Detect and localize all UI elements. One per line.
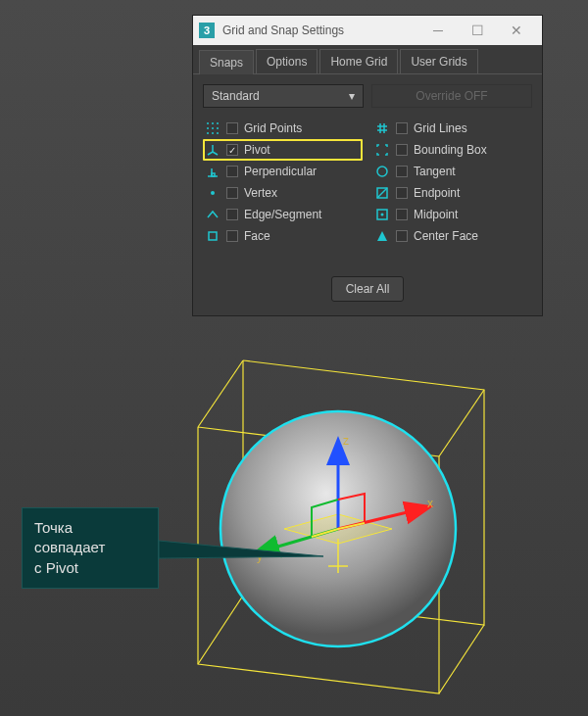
svg-line-34 (198, 596, 243, 664)
chevron-down-icon: ▾ (349, 89, 355, 103)
snap-midpoint[interactable]: Midpoint (372, 204, 532, 225)
svg-point-7 (212, 132, 214, 134)
checkbox[interactable] (396, 187, 408, 199)
snap-set-dropdown[interactable]: Standard ▾ (203, 84, 364, 108)
snap-label: Endpoint (414, 186, 460, 200)
svg-line-31 (198, 360, 243, 427)
snap-label: Tangent (414, 165, 456, 178)
svg-point-4 (212, 127, 214, 129)
snap-label: Midpoint (414, 208, 458, 221)
face-icon (205, 228, 220, 244)
svg-point-3 (207, 127, 209, 129)
tab-snaps[interactable]: Snaps (199, 50, 254, 74)
callout-line: с Pivot (34, 558, 146, 578)
snap-center-face[interactable]: Center Face (372, 225, 532, 247)
snap-vertex[interactable]: Vertex (203, 182, 363, 204)
svg-point-0 (207, 122, 209, 124)
tangent-icon (374, 164, 390, 179)
tab-home-grid[interactable]: Home Grid (319, 49, 398, 73)
app-icon: 3 (199, 23, 215, 38)
svg-point-2 (217, 122, 219, 124)
checkbox[interactable] (396, 209, 408, 220)
snap-label: Center Face (414, 229, 478, 243)
viewport-illustration: x y z Точка совпадает с Pivot (0, 343, 588, 715)
checkbox[interactable] (226, 122, 238, 134)
edge-segment-icon (205, 207, 220, 222)
svg-rect-14 (212, 173, 215, 176)
svg-point-21 (377, 167, 387, 176)
svg-line-10 (208, 152, 213, 155)
close-button[interactable]: ✕ (497, 16, 536, 45)
svg-point-6 (207, 132, 209, 134)
snaps-column-right: Grid Lines Bounding Box Tangent (372, 118, 532, 247)
grid-lines-icon (374, 120, 390, 136)
window-title: Grid and Snap Settings (222, 24, 418, 37)
snap-endpoint[interactable]: Endpoint (372, 182, 532, 204)
checkbox[interactable] (226, 187, 238, 199)
snap-bounding-box[interactable]: Bounding Box (372, 139, 532, 161)
tab-bar: Snaps Options Home Grid User Grids (193, 45, 542, 74)
checkbox[interactable] (396, 122, 408, 134)
callout-line: совпадает (34, 538, 146, 557)
snap-pivot[interactable]: ✓ Pivot (203, 139, 363, 161)
svg-point-8 (217, 132, 219, 134)
bounding-box-icon (374, 142, 390, 158)
dropdown-value: Standard (212, 89, 260, 103)
snap-label: Edge/Segment (244, 208, 321, 221)
pivot-icon (205, 142, 220, 158)
center-face-icon (374, 228, 390, 244)
callout-box: Точка совпадает с Pivot (22, 507, 159, 589)
checkbox[interactable] (396, 166, 408, 177)
grid-snap-settings-dialog: 3 Grid and Snap Settings ─ ☐ ✕ Snaps Opt… (192, 15, 543, 316)
vertex-icon (205, 185, 220, 201)
snap-tangent[interactable]: Tangent (372, 161, 532, 182)
checkbox[interactable] (396, 144, 408, 156)
svg-line-33 (439, 625, 484, 693)
snap-grid-points[interactable]: Grid Points (203, 118, 363, 139)
svg-point-5 (217, 127, 219, 129)
grid-points-icon (205, 120, 220, 136)
svg-point-25 (381, 214, 384, 216)
snap-label: Grid Lines (414, 121, 467, 135)
override-toggle[interactable]: Override OFF (371, 84, 532, 108)
endpoint-icon (374, 185, 390, 201)
tab-user-grids[interactable]: User Grids (400, 49, 477, 73)
svg-line-11 (213, 152, 218, 155)
tab-options[interactable]: Options (256, 49, 318, 73)
axis-label-x: x (427, 497, 433, 510)
snap-label: Pivot (244, 143, 270, 157)
snaps-column-left: Grid Points ✓ Pivot Perpendicular (203, 118, 363, 247)
svg-point-15 (211, 191, 215, 195)
checkbox[interactable] (226, 209, 238, 220)
snap-label: Vertex (244, 186, 277, 200)
snap-label: Bounding Box (414, 143, 487, 157)
minimize-button[interactable]: ─ (418, 16, 458, 45)
svg-marker-26 (377, 231, 387, 241)
snaps-panel: Standard ▾ Override OFF Grid Points (193, 74, 542, 315)
svg-rect-16 (209, 232, 217, 240)
snap-grid-lines[interactable]: Grid Lines (372, 118, 532, 139)
snap-label: Grid Points (244, 121, 302, 135)
svg-point-1 (212, 122, 214, 124)
midpoint-icon (374, 207, 390, 222)
maximize-button[interactable]: ☐ (458, 16, 497, 45)
titlebar[interactable]: 3 Grid and Snap Settings ─ ☐ ✕ (193, 16, 542, 45)
snap-label: Perpendicular (244, 165, 317, 178)
svg-line-23 (377, 188, 387, 198)
clear-all-button[interactable]: Clear All (331, 276, 405, 302)
snap-perpendicular[interactable]: Perpendicular (203, 161, 363, 182)
snap-label: Face (244, 229, 270, 243)
checkbox[interactable] (226, 230, 238, 242)
checkbox[interactable] (396, 230, 408, 242)
svg-line-32 (439, 390, 484, 456)
callout-line: Точка (34, 518, 146, 538)
snap-face[interactable]: Face (203, 225, 363, 247)
snap-edge-segment[interactable]: Edge/Segment (203, 204, 363, 225)
checkbox[interactable] (226, 166, 238, 177)
checkbox[interactable]: ✓ (226, 144, 238, 156)
axis-label-z: z (343, 434, 349, 448)
perpendicular-icon (205, 164, 220, 179)
